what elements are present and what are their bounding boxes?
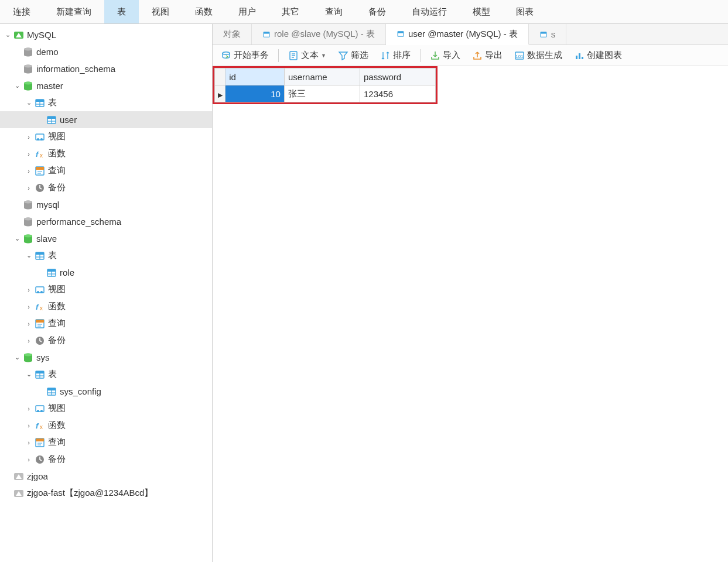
filter-label: 筛选 bbox=[351, 50, 368, 61]
group-backup-sys[interactable]: ›备份 bbox=[0, 451, 212, 468]
svg-point-30 bbox=[24, 234, 32, 237]
data-grid[interactable]: id username password ▶ 10 张三 123456 bbox=[214, 68, 436, 102]
group-functions-sys[interactable]: ›fx函数 bbox=[0, 417, 212, 434]
table-sys-config[interactable]: ·sys_config bbox=[0, 383, 212, 400]
chevron-down-icon[interactable]: ⌄ bbox=[13, 235, 21, 242]
chevron-right-icon[interactable]: › bbox=[25, 456, 33, 463]
svg-rect-85 bbox=[579, 53, 580, 59]
text-view-button[interactable]: 文本 ▼ bbox=[283, 48, 331, 63]
db-information-schema[interactable]: ·information_schema bbox=[0, 60, 212, 77]
tab-objects[interactable]: 对象 bbox=[213, 24, 252, 44]
db-demo[interactable]: ·demo bbox=[0, 43, 212, 60]
table-role[interactable]: ·role bbox=[0, 264, 212, 281]
svg-rect-32 bbox=[36, 252, 44, 255]
sort-button[interactable]: 排序 bbox=[375, 48, 415, 63]
table-group-icon bbox=[34, 250, 46, 262]
create-chart-button[interactable]: 创建图表 bbox=[569, 48, 627, 63]
group-functions-master[interactable]: ›fx函数 bbox=[0, 145, 212, 162]
toolbar-new-query[interactable]: 新建查询 bbox=[43, 0, 104, 23]
table-user[interactable]: ·user bbox=[0, 111, 212, 128]
toolbar-other[interactable]: 其它 bbox=[269, 0, 312, 23]
generate-data-button[interactable]: 101 数据生成 bbox=[510, 48, 567, 63]
cell-id[interactable]: 10 bbox=[225, 85, 285, 102]
group-views-slave[interactable]: ›视图 bbox=[0, 281, 212, 298]
chevron-right-icon[interactable]: › bbox=[25, 337, 33, 344]
group-backup-master[interactable]: ›备份 bbox=[0, 179, 212, 196]
toolbar-auto-run[interactable]: 自动运行 bbox=[399, 0, 460, 23]
db-master[interactable]: ⌄master bbox=[0, 77, 212, 94]
chevron-right-icon[interactable]: › bbox=[25, 133, 33, 140]
column-header-username[interactable]: username bbox=[284, 68, 360, 85]
table-row[interactable]: ▶ 10 张三 123456 bbox=[215, 85, 436, 102]
svg-rect-12 bbox=[47, 116, 56, 119]
tree-item-label: sys bbox=[36, 352, 209, 362]
tree-item-label: 表 bbox=[48, 97, 209, 108]
group-queries-slave[interactable]: ›查询 bbox=[0, 315, 212, 332]
chevron-right-icon[interactable]: › bbox=[25, 167, 33, 174]
db-mysql[interactable]: ·mysql bbox=[0, 196, 212, 213]
toolbar-view[interactable]: 视图 bbox=[139, 0, 182, 23]
tab-user-master[interactable]: user @master (MySQL) - 表 bbox=[386, 24, 529, 45]
toolbar-query[interactable]: 查询 bbox=[312, 0, 356, 23]
toolbar-function[interactable]: 函数 bbox=[182, 0, 225, 23]
toolbar-backup[interactable]: 备份 bbox=[356, 0, 399, 23]
group-tables-sys[interactable]: ⌄表 bbox=[0, 366, 212, 383]
chevron-down-icon[interactable]: ⌄ bbox=[25, 371, 33, 378]
table-icon bbox=[46, 114, 57, 126]
filter-button[interactable]: 筛选 bbox=[333, 48, 373, 63]
chevron-down-icon[interactable]: ⌄ bbox=[4, 31, 12, 39]
column-header-password[interactable]: password bbox=[360, 68, 435, 85]
toolbar-model[interactable]: 模型 bbox=[460, 0, 503, 23]
chevron-right-icon[interactable]: › bbox=[25, 405, 33, 412]
toolbar-user[interactable]: 用户 bbox=[225, 0, 269, 23]
db-sys[interactable]: ⌄sys bbox=[0, 349, 212, 366]
group-views-master[interactable]: ›视图 bbox=[0, 128, 212, 145]
group-tables-master[interactable]: ⌄表 bbox=[0, 94, 212, 111]
tab-role-slave[interactable]: role @slave (MySQL) - 表 bbox=[252, 24, 386, 44]
tab-extra[interactable]: s bbox=[529, 24, 567, 44]
group-tables-slave[interactable]: ⌄表 bbox=[0, 247, 212, 264]
tab-label: user @master (MySQL) - 表 bbox=[408, 29, 518, 40]
tree-item-label: 视图 bbox=[48, 284, 209, 295]
chevron-down-icon[interactable]: ⌄ bbox=[13, 82, 21, 90]
db-performance-schema[interactable]: ·performance_schema bbox=[0, 213, 212, 230]
group-functions-slave[interactable]: ›fx函数 bbox=[0, 298, 212, 315]
cell-password[interactable]: 123456 bbox=[360, 85, 435, 102]
db-green-icon bbox=[22, 233, 34, 245]
import-button[interactable]: 导入 bbox=[425, 48, 465, 63]
chevron-right-icon[interactable]: › bbox=[25, 320, 33, 327]
tab-label: 对象 bbox=[223, 29, 241, 40]
tree-item-label: 视图 bbox=[48, 403, 209, 414]
fx-icon: fx bbox=[34, 148, 46, 160]
toolbar-table[interactable]: 表 bbox=[104, 0, 139, 23]
group-queries-sys[interactable]: ›查询 bbox=[0, 434, 212, 451]
toolbar-connect[interactable]: 连接 bbox=[0, 0, 43, 23]
db-slave[interactable]: ⌄slave bbox=[0, 230, 212, 247]
group-backup-slave[interactable]: ›备份 bbox=[0, 332, 212, 349]
content-tabs: 对象role @slave (MySQL) - 表user @master (M… bbox=[213, 24, 728, 45]
chevron-down-icon[interactable]: ⌄ bbox=[13, 354, 21, 361]
toolbar-chart[interactable]: 图表 bbox=[503, 0, 546, 23]
begin-transaction-button[interactable]: 开始事务 bbox=[216, 48, 274, 63]
tree-item-label: demo bbox=[36, 47, 209, 57]
chevron-right-icon[interactable]: › bbox=[25, 303, 33, 310]
chevron-right-icon[interactable]: › bbox=[25, 422, 33, 429]
chevron-right-icon[interactable]: › bbox=[25, 150, 33, 157]
data-grid-highlight: id username password ▶ 10 张三 123456 bbox=[213, 66, 438, 104]
chevron-right-icon[interactable]: › bbox=[25, 286, 33, 293]
column-header-id[interactable]: id bbox=[225, 68, 285, 85]
chevron-right-icon[interactable]: › bbox=[25, 184, 33, 191]
svg-text:f: f bbox=[36, 150, 39, 159]
group-queries-master[interactable]: ›查询 bbox=[0, 162, 212, 179]
chevron-down-icon[interactable]: ⌄ bbox=[25, 99, 33, 107]
connection-mysql[interactable]: ⌄MySQL bbox=[0, 26, 212, 43]
connection-zjgoa[interactable]: ·zjgoa bbox=[0, 468, 212, 485]
chevron-down-icon[interactable]: ⌄ bbox=[25, 252, 33, 259]
connection-zjgoa-fast[interactable]: ·zjgoa-fast【zjgoa@1234ABcd】 bbox=[0, 485, 212, 502]
svg-point-61 bbox=[40, 410, 43, 412]
chevron-right-icon[interactable]: › bbox=[25, 439, 33, 446]
cell-username[interactable]: 张三 bbox=[284, 85, 360, 102]
row-pointer: ▶ bbox=[215, 85, 225, 102]
group-views-sys[interactable]: ›视图 bbox=[0, 400, 212, 417]
export-button[interactable]: 导出 bbox=[467, 48, 507, 63]
